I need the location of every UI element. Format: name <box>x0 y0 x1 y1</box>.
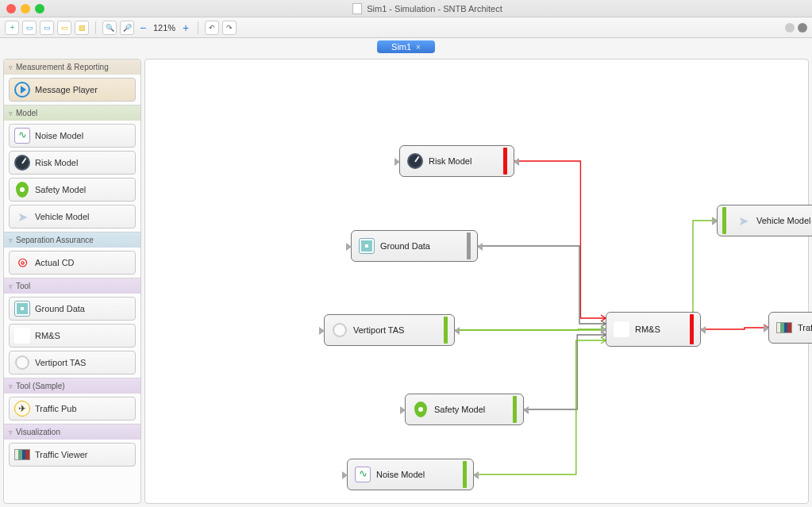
toolbar-open-button[interactable]: ▭ <box>22 21 37 35</box>
node-label: Safety Model <box>434 405 485 414</box>
palette-category-header[interactable]: Tool (Sample) <box>4 378 140 394</box>
connection[interactable] <box>514 161 606 318</box>
palette-item-label: Traffic Pub <box>35 404 77 413</box>
palette-item[interactable]: RM&S <box>9 324 136 348</box>
palette-item[interactable]: Traffic Viewer <box>9 443 136 467</box>
status-bar <box>503 148 507 175</box>
document-icon <box>352 3 362 14</box>
canvas-node-vertiport[interactable]: Vertiport TAS <box>324 314 455 346</box>
wave-icon <box>354 466 371 483</box>
node-label: Vehicle Model <box>756 216 811 225</box>
gauge-icon <box>406 152 424 170</box>
toolbar-zoom-actual-button[interactable]: 🔎 <box>120 21 134 35</box>
diagram-canvas[interactable]: Risk Model➤Vehicle ModelGround DataVerti… <box>144 59 809 504</box>
status-bar <box>463 461 467 488</box>
grid-icon <box>358 237 375 255</box>
node-label: Noise Model <box>376 470 425 479</box>
palette-item[interactable]: Safety Model <box>9 178 136 202</box>
output-port[interactable] <box>454 327 460 335</box>
connection[interactable] <box>478 246 606 324</box>
canvas-node-traffic[interactable]: Traffic Viewer <box>768 312 812 344</box>
toolbar-undo-button[interactable]: ↶ <box>205 21 219 35</box>
node-label: Traffic Viewer <box>798 323 812 332</box>
palette-item[interactable]: Traffic Pub <box>9 397 136 421</box>
input-port[interactable] <box>394 158 400 166</box>
window-title: Sim1 - Simulation - SNTB Architect <box>367 4 502 13</box>
window-minimize-button[interactable] <box>21 4 30 13</box>
canvas-node-ground[interactable]: Ground Data <box>351 230 478 262</box>
canvas-node-risk[interactable]: Risk Model <box>399 145 514 177</box>
document-tab[interactable]: Sim1 × <box>377 40 435 53</box>
palette-category-header[interactable]: Separation Assurance <box>4 232 140 248</box>
apps-icon <box>613 321 630 338</box>
node-label: Vertiport TAS <box>353 325 404 335</box>
palette-item-label: Safety Model <box>35 185 86 194</box>
palette-item-label: Vehicle Model <box>35 212 90 221</box>
input-port[interactable] <box>342 471 348 479</box>
toolbar-open2-button[interactable]: ▭ <box>40 21 54 35</box>
palette-item-label: Vertiport TAS <box>35 358 86 367</box>
palette-item[interactable]: Risk Model <box>9 151 136 175</box>
input-port[interactable] <box>346 243 352 251</box>
connection[interactable] <box>701 328 768 329</box>
grid-icon <box>14 301 30 317</box>
palette-item-label: Risk Model <box>35 158 78 167</box>
palette-item[interactable]: ⦾Actual CD <box>9 251 136 275</box>
node-label: Risk Model <box>429 156 471 166</box>
toolbar-new-button[interactable]: ＋ <box>5 21 19 35</box>
output-port[interactable] <box>700 326 706 334</box>
toolbar-zoom-in-button[interactable]: + <box>180 21 191 34</box>
palette-category-header[interactable]: Model <box>4 106 140 121</box>
status-bar <box>690 314 694 344</box>
output-port[interactable] <box>473 471 479 479</box>
status-bar <box>467 232 471 259</box>
input-port[interactable] <box>319 327 325 335</box>
status-bar <box>444 317 448 344</box>
palette-item[interactable]: Noise Model <box>9 124 136 148</box>
palette-item[interactable]: Message Player <box>9 78 136 102</box>
window-close-button[interactable] <box>6 4 16 13</box>
palette-item[interactable]: ➤Vehicle Model <box>9 205 136 229</box>
paperplane-icon: ➤ <box>734 212 752 229</box>
toolbar-zoom-out-button[interactable]: − <box>137 21 148 34</box>
palette-item-label: RM&S <box>35 331 60 340</box>
output-port[interactable] <box>514 158 519 166</box>
status-bar <box>513 396 517 423</box>
output-port[interactable] <box>477 243 483 251</box>
tp-icon <box>14 401 30 417</box>
connection[interactable] <box>524 335 606 409</box>
canvas-node-noise[interactable]: Noise Model <box>347 459 474 490</box>
palette-category-header[interactable]: Tool <box>4 278 140 294</box>
toolbar-save-all-button[interactable]: ▧ <box>75 21 89 35</box>
toolbar-separator <box>198 21 198 34</box>
palette-category-header[interactable]: Visualization <box>4 424 140 440</box>
toolbar-zoom-fit-button[interactable]: 🔍 <box>102 21 117 35</box>
canvas-node-vehicle[interactable]: ➤Vehicle Model <box>717 205 812 236</box>
palette-item-label: Noise Model <box>35 131 83 140</box>
canvas-node-rms[interactable]: RM&S <box>606 312 701 347</box>
input-port[interactable] <box>601 326 606 334</box>
palette-item[interactable]: Ground Data <box>9 297 136 321</box>
connection[interactable] <box>455 329 606 330</box>
input-port[interactable] <box>712 217 718 225</box>
connection-layer <box>145 60 808 503</box>
output-port[interactable] <box>523 406 529 414</box>
palette-category-header[interactable]: Measurement & Reporting <box>4 60 140 75</box>
node-label: Ground Data <box>380 241 430 251</box>
circle-icon <box>14 355 30 371</box>
paperplane-icon: ➤ <box>14 209 30 225</box>
toolbar-redo-button[interactable]: ↷ <box>222 21 237 35</box>
wave-icon <box>14 128 30 144</box>
input-port[interactable] <box>400 406 406 414</box>
palette-item-label: Message Player <box>35 85 98 94</box>
palette-item[interactable]: Vertiport TAS <box>9 351 136 374</box>
cd-icon: ⦾ <box>14 255 30 271</box>
toolbar-save-button[interactable]: ▭ <box>57 21 71 35</box>
close-icon[interactable]: × <box>416 43 421 52</box>
input-port[interactable] <box>764 325 769 332</box>
apps-icon <box>14 328 30 344</box>
pin-icon <box>14 182 30 198</box>
status-indicator-gray <box>785 23 795 33</box>
canvas-node-safety[interactable]: Safety Model <box>405 394 524 425</box>
window-zoom-button[interactable] <box>35 4 44 13</box>
